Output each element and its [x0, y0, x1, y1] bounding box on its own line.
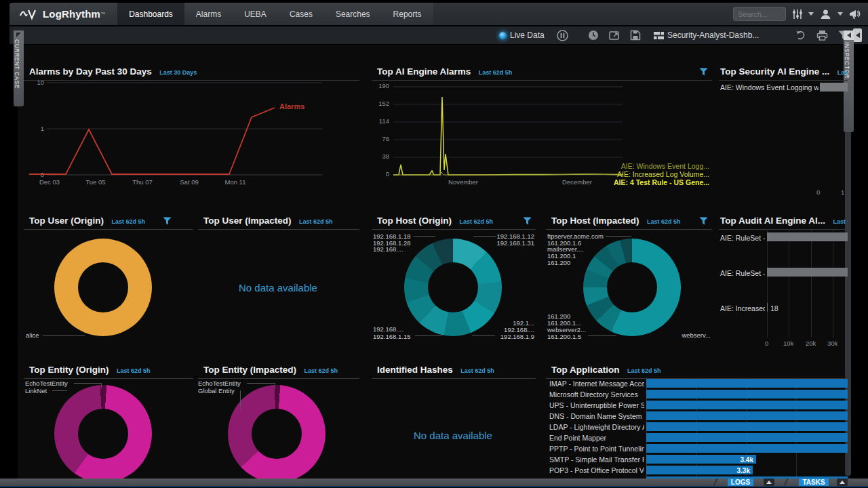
x-tick: 10k	[783, 340, 793, 347]
logrhythm-dashboard: LogRhythm ™ Dashboards Alarms UEBA Cases…	[0, 0, 868, 488]
user-caret-icon[interactable]	[837, 12, 843, 16]
panel-filter-icon[interactable]	[699, 217, 708, 225]
panel-title: Alarms by Day Past 30 Days	[29, 66, 152, 77]
audit-bar[interactable]	[767, 268, 848, 277]
bar-label: POP3 - Post Office Protocol Versi...	[549, 466, 644, 474]
app-bar[interactable]	[646, 444, 848, 453]
legend-item[interactable]: AIE: Increased Log Volume...	[617, 170, 709, 178]
leader-line	[472, 336, 495, 336]
nav-item-reports[interactable]: Reports	[382, 3, 433, 25]
panel-filter-icon[interactable]	[523, 217, 532, 225]
panel-time-range: Last 62d 5h	[299, 218, 333, 225]
donut-slice-label: EchoTestEntity	[25, 380, 68, 387]
host-impacted-donut-chart[interactable]	[583, 239, 681, 336]
logs-expand-button[interactable]	[764, 479, 774, 486]
nav-item-cases[interactable]: Cases	[278, 3, 324, 25]
settings-sliders-icon[interactable]	[792, 9, 802, 20]
live-data-toggle[interactable]: Live Data	[499, 26, 545, 44]
audit-bar[interactable]	[767, 303, 768, 312]
tasks-expand-button[interactable]	[837, 479, 848, 486]
bottom-accent-strip	[0, 486, 868, 487]
current-case-label: CURRENT CASE	[14, 39, 20, 89]
collapse-toolbar-button[interactable]	[853, 26, 862, 44]
panel-title: Top AI Engine Alarms	[377, 66, 471, 77]
dashboard-selector[interactable]: Security-Analyst-Dashb...	[654, 26, 759, 44]
app-bar[interactable]	[646, 401, 848, 409]
expand-up-icon	[840, 481, 845, 484]
donut-slice-label: webserv...	[682, 331, 711, 339]
bar-label: IMAP - Internet Message Access Pr...	[549, 380, 644, 388]
donut-slice-label: LinkNet	[25, 387, 47, 394]
panel-title: Top Audit AI Engine Al...	[720, 216, 825, 226]
leader-line	[52, 390, 67, 391]
nav-spacer	[433, 3, 733, 25]
settings-caret-icon[interactable]	[808, 12, 814, 16]
search-input[interactable]	[733, 7, 786, 21]
ai-engine-line-chart[interactable]	[380, 76, 631, 184]
host-origin-donut-chart[interactable]	[404, 239, 502, 336]
nav-item-alarms[interactable]: Alarms	[184, 3, 233, 25]
panel-identified-hashes: Identified Hashes Last 62d 5h No data av…	[372, 361, 536, 479]
brand-name: LogRhythm	[43, 8, 100, 20]
brand[interactable]: LogRhythm ™	[9, 3, 117, 25]
x-tick: Thu 07	[125, 178, 159, 186]
undo-button[interactable]	[795, 26, 806, 44]
security-aie-bar[interactable]	[820, 83, 848, 92]
bar-label: UPS - Uninterruptible Power Supply	[549, 401, 644, 409]
donut-slice-label: 192.168.1.31	[497, 239, 534, 247]
brand-trademark: ™	[100, 12, 105, 16]
user-icon[interactable]	[820, 9, 831, 20]
time-range-button[interactable]	[588, 26, 599, 44]
leader-line	[43, 335, 85, 336]
print-button[interactable]	[816, 26, 828, 44]
audit-bar[interactable]	[767, 232, 848, 241]
app-bar[interactable]	[646, 379, 848, 388]
gridline	[767, 229, 768, 338]
x-tick: Sat 09	[172, 178, 206, 186]
leader-line	[275, 383, 275, 388]
x-tick: 20k	[806, 340, 816, 347]
megaphone-icon[interactable]	[849, 9, 861, 20]
panel-title: Top Host (Impacted)	[551, 216, 639, 226]
user-origin-donut-chart[interactable]	[54, 239, 152, 336]
pause-button[interactable]	[557, 26, 568, 44]
nav-item-searches[interactable]: Searches	[324, 3, 382, 25]
panel-top-audit-ai-engine: Top Audit AI Engine Al... Last 62d 5h AI…	[719, 211, 848, 350]
current-case-tab[interactable]: CURRENT CASE	[14, 30, 24, 106]
app-bar[interactable]	[646, 422, 848, 431]
x-tick: Dec 03	[33, 178, 66, 186]
save-dashboard-button[interactable]	[630, 26, 641, 44]
nav-item-dashboards[interactable]: Dashboards	[117, 3, 184, 25]
app-bar[interactable]	[646, 390, 848, 399]
gridline	[789, 229, 789, 338]
panel-top-host-origin: Top Host (Origin) Last 62d 5h 192.168.1.…	[372, 211, 536, 350]
nav-item-ueba[interactable]: UEBA	[233, 3, 278, 25]
top-nav-bar: LogRhythm ™ Dashboards Alarms UEBA Cases…	[9, 3, 868, 25]
gridline	[833, 229, 833, 338]
tasks-tab[interactable]: TASKS	[799, 479, 829, 486]
dashboard-selector-label: Security-Analyst-Dashb...	[667, 30, 759, 40]
panel-filter-icon[interactable]	[699, 68, 708, 76]
tasks-tab-label: TASKS	[802, 479, 825, 486]
panel-title: Top Application	[551, 365, 620, 375]
entity-impacted-donut-chart[interactable]	[228, 385, 326, 479]
no-data-message: No data available	[239, 282, 317, 293]
app-bar[interactable]	[646, 433, 848, 442]
nav-right-cluster	[733, 3, 868, 25]
series-label-alarms: Alarms	[279, 102, 304, 110]
entity-origin-donut-chart[interactable]	[54, 385, 152, 479]
panel-top-user-origin: Top User (Origin) Last 62d 5h alice	[24, 211, 193, 350]
x-tick: November	[439, 178, 487, 186]
popout-widget-button[interactable]	[609, 26, 620, 44]
x-tick: December	[553, 178, 601, 186]
panel-filter-icon[interactable]	[163, 217, 172, 225]
donut-slice-label: 192.168.1.9	[500, 333, 534, 340]
app-bar[interactable]	[646, 411, 848, 420]
legend-item[interactable]: AIE: 4 Test Rule - US Gene...	[614, 178, 709, 186]
gridline	[811, 229, 812, 338]
bar-label: SMTP - Simple Mail Transfer Proto...	[549, 455, 644, 464]
legend-item[interactable]: AIE: Windows Event Logg...	[621, 162, 709, 170]
bar-value: 3.4k	[715, 456, 753, 464]
logs-tab[interactable]: LOGS	[728, 479, 753, 486]
alarms-line-chart[interactable]	[24, 76, 359, 184]
